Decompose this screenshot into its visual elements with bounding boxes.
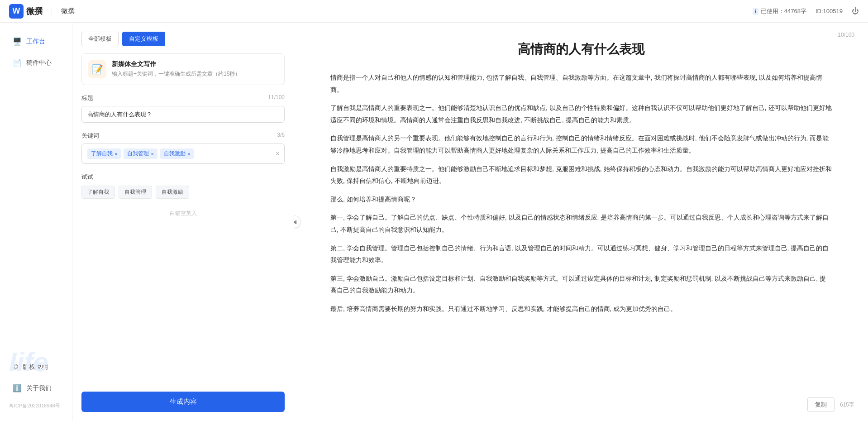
copy-button[interactable]: 复制 xyxy=(807,397,835,412)
sidebar-item-label-workbench: 工作台 xyxy=(26,38,45,46)
template-card-icon: 📝 xyxy=(88,60,106,78)
keyword-count: 3/6 xyxy=(277,132,285,140)
template-card[interactable]: 📝 新媒体全文写作 输入标题+关键词，一键准确生成所需文章（约15秒） xyxy=(81,53,285,85)
placeholder-hint: 白猫空英入 xyxy=(81,210,285,217)
logo-area: W 微撰 xyxy=(9,4,43,19)
sidebar-item-label-drafts: 稿件中心 xyxy=(26,59,52,67)
sidebar-spacer: Iife xyxy=(0,72,72,358)
keyword-label: 关键词 xyxy=(81,132,99,140)
article-para-4: 那么, 如何培养和提高情商呢？ xyxy=(330,193,832,206)
topbar-title: 微撰 xyxy=(61,7,75,15)
sidebar-item-label-copyright: 版权说明 xyxy=(23,363,48,371)
tab-custom[interactable]: 自定义模板 xyxy=(122,32,165,46)
keyword-remove-2[interactable]: × xyxy=(187,151,190,157)
content-area: 全部模板 自定义模板 📝 新媒体全文写作 输入标题+关键词，一键准确生成所需文章… xyxy=(72,23,868,421)
page-count: 10/100 xyxy=(838,32,854,38)
sidebar-item-workbench[interactable]: 🖥️ 工作台 xyxy=(4,32,68,51)
keyword-tag-1[interactable]: 自我管理 × xyxy=(124,148,157,159)
generate-button[interactable]: 生成内容 xyxy=(81,392,285,412)
template-name: 新媒体全文写作 xyxy=(112,60,278,68)
suggestion-0[interactable]: 了解自我 xyxy=(81,186,115,199)
trial-section: 试试 了解自我 自我管理 自我激励 xyxy=(81,173,285,199)
title-count: 11/100 xyxy=(268,94,285,102)
logo-name: 微撰 xyxy=(26,6,43,17)
article-title: 高情商的人有什么表现 xyxy=(330,41,832,58)
divider xyxy=(52,7,52,16)
copyright-icon: © xyxy=(13,363,18,371)
keywords-container: 了解自我 × 自我管理 × 自我激励 × × xyxy=(81,144,285,164)
article-area: 10/100 高情商的人有什么表现 情商是指一个人对自己和他人的情感的认知和管理… xyxy=(294,23,868,421)
title-label-row: 标题 11/100 xyxy=(81,94,285,102)
suggestion-2[interactable]: 自我激励 xyxy=(156,186,189,199)
sidebar-bottom: © 版权说明 ℹ️ 关于我们 粤ICP备2022016946号 xyxy=(0,358,72,412)
title-input[interactable] xyxy=(81,106,285,123)
keyword-remove-1[interactable]: × xyxy=(151,151,153,157)
title-section: 标题 11/100 xyxy=(81,94,285,123)
keyword-label-row: 关键词 3/6 xyxy=(81,132,285,140)
article-para-5: 第一, 学会了解自己。了解自己的优点、缺点、个性特质和偏好, 以及自己的情感状态… xyxy=(330,211,832,235)
suggestion-1[interactable]: 自我管理 xyxy=(119,186,152,199)
drafts-icon: 📄 xyxy=(13,58,22,67)
user-id: ID:100519 xyxy=(816,8,843,14)
article-para-8: 最后, 培养高情商需要长期的努力和实践。只有通过不断地学习、反思和实践, 才能够… xyxy=(330,303,832,315)
copy-bar: 复制 615字 xyxy=(807,397,854,412)
power-icon[interactable]: ⏻ xyxy=(852,7,859,15)
main-layout: 🖥️ 工作台 📄 稿件中心 Iife © 版权说明 ℹ️ 关于我们 粤ICP备2… xyxy=(0,23,868,421)
sidebar-item-label-about: 关于我们 xyxy=(26,384,52,392)
trial-label: 试试 xyxy=(81,173,285,181)
topbar: W 微撰 微撰 i 已使用：44768字 ID:100519 ⏻ xyxy=(0,0,868,23)
word-count: 615字 xyxy=(840,401,854,409)
template-desc: 输入标题+关键词，一键准确生成所需文章（约15秒） xyxy=(112,70,278,78)
topbar-left: W 微撰 微撰 xyxy=(9,4,75,19)
usage-icon: i xyxy=(753,8,758,15)
article-content: 情商是指一个人对自己和他人的情感的认知和管理能力, 包括了解自我、自我管理、自我… xyxy=(330,72,832,315)
clear-keywords-icon[interactable]: × xyxy=(276,150,280,158)
article-para-1: 了解自我是高情商人的重要表现之一。他们能够清楚地认识自己的优点和缺点, 以及自己… xyxy=(330,102,832,126)
generate-section: 生成内容 xyxy=(81,383,285,412)
article-para-7: 第三, 学会激励自己。激励自己包括设定目标和计划、自我激励和自我奖励等方式。可以… xyxy=(330,273,832,297)
logo-icon: W xyxy=(9,4,24,19)
about-icon: ℹ️ xyxy=(13,384,22,392)
right-panel: ◀ 10/100 高情商的人有什么表现 情商是指一个人对自己和他人的情感的认知和… xyxy=(294,23,868,421)
sidebar-nav: 🖥️ 工作台 📄 稿件中心 xyxy=(0,32,72,72)
usage-text: 已使用：44768字 xyxy=(761,7,806,15)
tab-all[interactable]: 全部模板 xyxy=(81,32,119,46)
sidebar: 🖥️ 工作台 📄 稿件中心 Iife © 版权说明 ℹ️ 关于我们 粤ICP备2… xyxy=(0,23,72,421)
keyword-tag-0[interactable]: 了解自我 × xyxy=(87,148,121,159)
sidebar-item-copyright[interactable]: © 版权说明 xyxy=(4,358,68,377)
keywords-section: 关键词 3/6 了解自我 × 自我管理 × 自我激励 × xyxy=(81,132,285,164)
workbench-icon: 🖥️ xyxy=(13,37,22,46)
template-tabs: 全部模板 自定义模板 xyxy=(81,32,285,46)
sidebar-item-about[interactable]: ℹ️ 关于我们 xyxy=(4,378,68,398)
topbar-right: i 已使用：44768字 ID:100519 ⏻ xyxy=(753,7,859,15)
article-para-3: 自我激励是高情商人的重要特质之一。他们能够激励自己不断地追求目标和梦想, 克服困… xyxy=(330,163,832,187)
left-panel: 全部模板 自定义模板 📝 新媒体全文写作 输入标题+关键词，一键准确生成所需文章… xyxy=(72,23,294,421)
article-para-0: 情商是指一个人对自己和他人的情感的认知和管理能力, 包括了解自我、自我管理、自我… xyxy=(330,72,832,96)
icp-text: 粤ICP备2022016946号 xyxy=(0,400,72,412)
template-info: 新媒体全文写作 输入标题+关键词，一键准确生成所需文章（约15秒） xyxy=(112,60,278,78)
keyword-remove-0[interactable]: × xyxy=(114,151,117,157)
title-label: 标题 xyxy=(81,94,93,102)
article-para-6: 第二, 学会自我管理。管理自己包括控制自己的情绪、行为和言语, 以及管理自己的时… xyxy=(330,242,832,266)
usage-info: i 已使用：44768字 xyxy=(753,7,806,15)
suggestions: 了解自我 自我管理 自我激励 xyxy=(81,186,285,199)
keyword-tag-2[interactable]: 自我激励 × xyxy=(160,148,194,159)
sidebar-item-drafts[interactable]: 📄 稿件中心 xyxy=(4,53,68,72)
article-para-2: 自我管理是高情商人的另一个重要表现。他们能够有效地控制自己的言行和行为, 控制自… xyxy=(330,132,832,156)
